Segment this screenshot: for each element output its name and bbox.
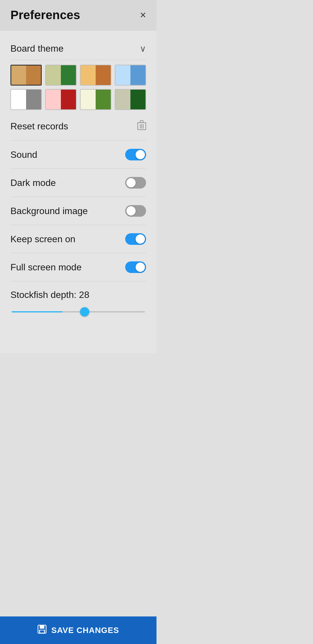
stockfish-depth-section: Stockfish depth: 28 <box>10 281 146 318</box>
close-button[interactable]: × <box>140 10 146 20</box>
header: Preferences × <box>0 0 156 30</box>
theme-swatch-theme-8[interactable] <box>115 89 146 110</box>
dark-mode-toggle[interactable] <box>125 177 146 189</box>
chevron-down-icon: ∨ <box>140 44 146 54</box>
toggle-row-background-image: Background image <box>10 197 146 225</box>
toggle-row-keep-screen-on: Keep screen on <box>10 225 146 253</box>
reset-records-label: Reset records <box>10 121 68 132</box>
theme-swatch-theme-1[interactable] <box>10 65 42 86</box>
theme-swatch-theme-5[interactable] <box>10 89 42 110</box>
theme-swatch-theme-4[interactable] <box>115 65 146 86</box>
svg-rect-1 <box>140 121 143 123</box>
trash-icon[interactable] <box>137 120 146 132</box>
board-theme-row[interactable]: Board theme ∨ <box>10 37 146 60</box>
toggle-row-full-screen-mode: Full screen mode <box>10 253 146 281</box>
full-screen-mode-toggle[interactable] <box>125 261 146 273</box>
slider-container <box>10 308 146 314</box>
full-screen-mode-label: Full screen mode <box>10 262 81 273</box>
stockfish-depth-label: Stockfish depth: 28 <box>10 290 146 300</box>
background-image-toggle[interactable] <box>125 205 146 217</box>
theme-swatch-theme-7[interactable] <box>80 89 111 110</box>
page-title: Preferences <box>10 8 80 22</box>
dark-mode-label: Dark mode <box>10 178 56 188</box>
theme-swatch-theme-2[interactable] <box>45 65 77 86</box>
theme-grid <box>10 60 146 112</box>
theme-swatch-theme-6[interactable] <box>45 89 77 110</box>
sound-toggle[interactable] <box>125 149 146 160</box>
background-image-label: Background image <box>10 206 88 216</box>
keep-screen-on-toggle[interactable] <box>125 233 146 245</box>
sound-label: Sound <box>10 149 37 160</box>
toggle-row-sound: Sound <box>10 141 146 169</box>
content: Board theme ∨ Reset records <box>0 30 156 353</box>
theme-swatch-theme-3[interactable] <box>80 65 111 86</box>
toggle-row-dark-mode: Dark mode <box>10 169 146 197</box>
stockfish-depth-slider[interactable] <box>12 311 145 312</box>
reset-records-row[interactable]: Reset records <box>10 112 146 141</box>
board-theme-label: Board theme <box>10 43 63 54</box>
keep-screen-on-label: Keep screen on <box>10 234 75 245</box>
